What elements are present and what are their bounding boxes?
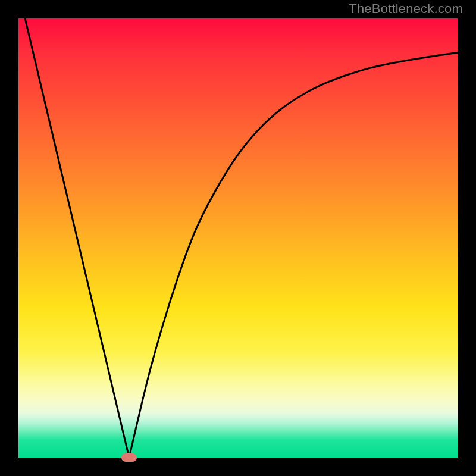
watermark-text: TheBottleneck.com: [349, 1, 463, 17]
chart-frame: TheBottleneck.com: [0, 0, 476, 476]
plot-area: [18, 18, 458, 458]
trough-marker: [121, 453, 137, 462]
bottleneck-curve: [25, 18, 458, 458]
curve-svg: [18, 18, 458, 458]
